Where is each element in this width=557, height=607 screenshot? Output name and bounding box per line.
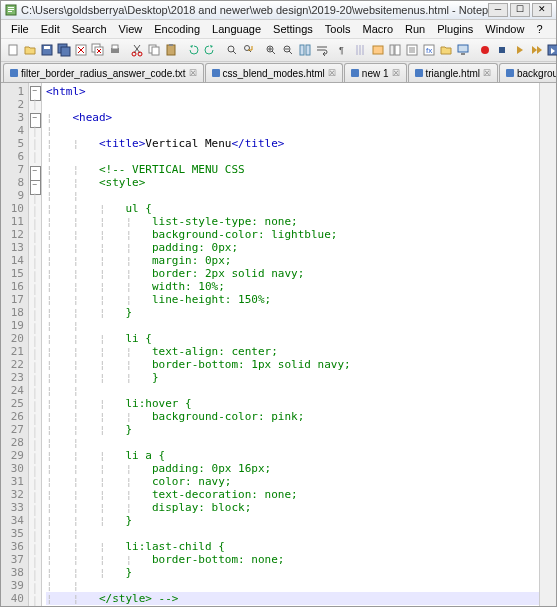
tab-2[interactable]: new 1☒ bbox=[344, 63, 407, 82]
code-line[interactable]: ¦ ¦ ¦ } bbox=[46, 423, 539, 436]
cut-icon[interactable] bbox=[129, 41, 145, 60]
code-line[interactable]: ¦ ¦ ¦ ¦ } bbox=[46, 371, 539, 384]
print-icon[interactable] bbox=[107, 41, 123, 60]
code-line[interactable]: ¦ ¦ bbox=[46, 436, 539, 449]
stop-macro-icon[interactable] bbox=[494, 41, 510, 60]
menu-run[interactable]: Run bbox=[399, 23, 431, 35]
code-line[interactable]: ¦ ¦ <style> bbox=[46, 176, 539, 189]
close-tab-icon[interactable]: ☒ bbox=[483, 68, 491, 78]
open-file-icon[interactable] bbox=[22, 41, 38, 60]
code-line[interactable] bbox=[46, 98, 539, 111]
vertical-scrollbar[interactable] bbox=[539, 83, 556, 606]
paste-icon[interactable] bbox=[163, 41, 179, 60]
code-line[interactable]: ¦ ¦ ¦ ul { bbox=[46, 202, 539, 215]
monitor-icon[interactable] bbox=[455, 41, 471, 60]
code-line[interactable]: ¦ ¦ ¦ li a { bbox=[46, 449, 539, 462]
code-line[interactable]: ¦ ¦ ¦ li:hover { bbox=[46, 397, 539, 410]
code-line[interactable]: ¦ ¦ <title>Vertical Menu</title> bbox=[46, 137, 539, 150]
code-line[interactable]: ¦ ¦ bbox=[46, 319, 539, 332]
code-line[interactable]: ¦ ¦ ¦ ¦ padding: 0px; bbox=[46, 241, 539, 254]
minimize-button[interactable]: ─ bbox=[488, 3, 508, 17]
code-line[interactable]: <html> bbox=[46, 85, 539, 98]
code-line[interactable]: ¦ ¦ <!-- VERTICAL MENU CSS bbox=[46, 163, 539, 176]
udl-icon[interactable] bbox=[370, 41, 386, 60]
code-line[interactable]: ¦ ¦ ¦ ¦ padding: 0px 16px; bbox=[46, 462, 539, 475]
play-macro-icon[interactable] bbox=[511, 41, 527, 60]
indent-guide-icon[interactable] bbox=[353, 41, 369, 60]
close-all-icon[interactable] bbox=[90, 41, 106, 60]
code-line[interactable]: ¦ ¦ ¦ ¦ background-color: lightblue; bbox=[46, 228, 539, 241]
code-line[interactable]: ¦ bbox=[46, 150, 539, 163]
code-line[interactable]: ¦ ¦ ¦ } bbox=[46, 566, 539, 579]
zoom-out-icon[interactable] bbox=[280, 41, 296, 60]
copy-icon[interactable] bbox=[146, 41, 162, 60]
menu-tools[interactable]: Tools bbox=[319, 23, 357, 35]
func-list-icon[interactable]: fx bbox=[421, 41, 437, 60]
save-all-icon[interactable] bbox=[56, 41, 72, 60]
code-line[interactable]: ¦ ¦ ¦ ¦ border-bottom: 1px solid navy; bbox=[46, 358, 539, 371]
undo-icon[interactable] bbox=[185, 41, 201, 60]
replace-icon[interactable] bbox=[241, 41, 257, 60]
tab-3[interactable]: triangle.html☒ bbox=[408, 63, 498, 82]
show-all-chars-icon[interactable]: ¶ bbox=[336, 41, 352, 60]
new-file-icon[interactable] bbox=[5, 41, 21, 60]
save-macro-icon[interactable] bbox=[545, 41, 557, 60]
menu-encoding[interactable]: Encoding bbox=[148, 23, 206, 35]
find-icon[interactable] bbox=[224, 41, 240, 60]
code-line[interactable]: ¦ bbox=[46, 605, 539, 606]
code-line[interactable]: ¦ ¦ bbox=[46, 579, 539, 592]
fold-toggle[interactable]: − bbox=[30, 166, 41, 181]
play-multi-icon[interactable] bbox=[528, 41, 544, 60]
menu-settings[interactable]: Settings bbox=[267, 23, 319, 35]
maximize-button[interactable]: ☐ bbox=[510, 3, 530, 17]
zoom-in-icon[interactable] bbox=[263, 41, 279, 60]
code-line[interactable]: ¦ ¦ ¦ li { bbox=[46, 332, 539, 345]
code-line[interactable]: ¦ ¦ bbox=[46, 384, 539, 397]
close-button[interactable]: ✕ bbox=[532, 3, 552, 17]
code-line[interactable]: ¦ ¦ ¦ ¦ margin: 0px; bbox=[46, 254, 539, 267]
menu-search[interactable]: Search bbox=[66, 23, 113, 35]
close-tab-icon[interactable]: ☒ bbox=[392, 68, 400, 78]
code-line[interactable]: ¦ ¦ ¦ ¦ border: 2px solid navy; bbox=[46, 267, 539, 280]
menu-help[interactable]: ? bbox=[530, 23, 548, 35]
code-line[interactable]: ¦ ¦ ¦ ¦ text-align: center; bbox=[46, 345, 539, 358]
code-line[interactable]: ¦ bbox=[46, 124, 539, 137]
code-line[interactable]: ¦ ¦ ¦ ¦ line-height: 150%; bbox=[46, 293, 539, 306]
close-tab-icon[interactable]: ☒ bbox=[328, 68, 336, 78]
tab-0[interactable]: filter_border_radius_answer_code.txt☒ bbox=[3, 63, 204, 82]
close-file-icon[interactable] bbox=[73, 41, 89, 60]
code-line[interactable]: ¦ ¦ </style> --> bbox=[46, 592, 539, 605]
menu-window[interactable]: Window bbox=[479, 23, 530, 35]
doc-list-icon[interactable] bbox=[404, 41, 420, 60]
code-line[interactable]: ¦ ¦ ¦ ¦ list-style-type: none; bbox=[46, 215, 539, 228]
doc-map-icon[interactable] bbox=[387, 41, 403, 60]
code-line[interactable]: ¦ ¦ ¦ ¦ text-decoration: none; bbox=[46, 488, 539, 501]
code-line[interactable]: ¦ ¦ ¦ } bbox=[46, 514, 539, 527]
code-line[interactable]: ¦ ¦ ¦ ¦ width: 10%; bbox=[46, 280, 539, 293]
code-line[interactable]: ¦ ¦ ¦ } bbox=[46, 306, 539, 319]
code-line[interactable]: ¦ <head> bbox=[46, 111, 539, 124]
folder-workspace-icon[interactable] bbox=[438, 41, 454, 60]
code-line[interactable]: ¦ ¦ ¦ li:last-child { bbox=[46, 540, 539, 553]
menu-macro[interactable]: Macro bbox=[356, 23, 399, 35]
wordwrap-icon[interactable] bbox=[314, 41, 330, 60]
code-line[interactable]: ¦ ¦ bbox=[46, 189, 539, 202]
code-line[interactable]: ¦ ¦ ¦ ¦ border-bottom: none; bbox=[46, 553, 539, 566]
code-line[interactable]: ¦ ¦ ¦ ¦ display: block; bbox=[46, 501, 539, 514]
record-macro-icon[interactable] bbox=[477, 41, 493, 60]
tab-1[interactable]: css_blend_modes.html☒ bbox=[205, 63, 343, 82]
code-area[interactable]: <html> ¦ <head>¦ ¦ ¦ <title>Vertical Men… bbox=[42, 83, 539, 606]
sync-scroll-icon[interactable] bbox=[297, 41, 313, 60]
menu-plugins[interactable]: Plugins bbox=[431, 23, 479, 35]
menu-edit[interactable]: Edit bbox=[35, 23, 66, 35]
redo-icon[interactable] bbox=[202, 41, 218, 60]
code-line[interactable]: ¦ ¦ ¦ ¦ background-color: pink; bbox=[46, 410, 539, 423]
code-line[interactable]: ¦ ¦ ¦ ¦ color: navy; bbox=[46, 475, 539, 488]
close-tab-icon[interactable]: ☒ bbox=[189, 68, 197, 78]
menu-language[interactable]: Language bbox=[206, 23, 267, 35]
menu-view[interactable]: View bbox=[113, 23, 149, 35]
save-icon[interactable] bbox=[39, 41, 55, 60]
tab-4[interactable]: background2.html☒ bbox=[499, 63, 556, 82]
code-line[interactable]: ¦ ¦ bbox=[46, 527, 539, 540]
menu-file[interactable]: File bbox=[5, 23, 35, 35]
